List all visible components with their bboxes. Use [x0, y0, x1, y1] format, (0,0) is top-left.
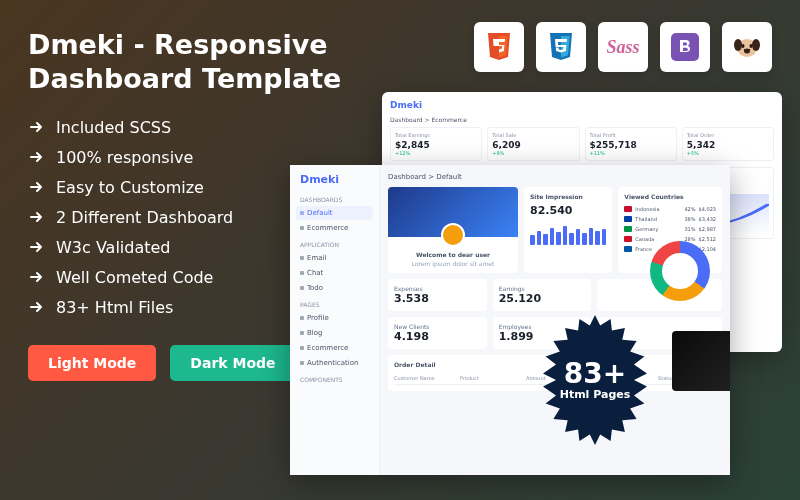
- earnings-card: Earnings25.120: [493, 279, 592, 311]
- feature-text: 83+ Html Files: [56, 298, 173, 317]
- sidebar-item-ecom[interactable]: Ecommerce: [296, 341, 373, 355]
- product-image: [672, 331, 730, 391]
- sidebar-item-auth[interactable]: Authentication: [296, 356, 373, 370]
- sidebar-item-blog[interactable]: Blog: [296, 326, 373, 340]
- tech-icons-row: Sass: [474, 22, 772, 72]
- sidebar-item-email[interactable]: Email: [296, 251, 373, 265]
- impression-card: Site Impression 82.540: [524, 187, 612, 273]
- arrow-icon: [28, 178, 46, 196]
- arrow-icon: [28, 238, 46, 256]
- stat-card: Total Earnings$2,845+12%: [390, 127, 482, 161]
- logo: Dmeki: [296, 173, 373, 186]
- bootstrap-icon: [660, 22, 710, 72]
- svg-point-2: [734, 39, 742, 51]
- donut-chart: [650, 241, 710, 301]
- svg-point-4: [742, 44, 745, 48]
- nav-section: Components: [300, 376, 373, 383]
- sidebar: Dmeki Dashboards Default Ecommerce Appli…: [290, 165, 380, 475]
- svg-point-3: [752, 39, 760, 51]
- pages-count-badge: 83+ Html Pages: [530, 315, 660, 445]
- sass-icon: Sass: [598, 22, 648, 72]
- arrow-icon: [28, 118, 46, 136]
- sidebar-item-chat[interactable]: Chat: [296, 266, 373, 280]
- arrow-icon: [28, 268, 46, 286]
- light-mode-button[interactable]: Light Mode: [28, 345, 156, 381]
- feature-text: 100% responsive: [56, 148, 193, 167]
- feature-text: 2 Different Dashboard: [56, 208, 233, 227]
- nav-section: Application: [300, 241, 373, 248]
- arrow-icon: [28, 298, 46, 316]
- bar-chart: [530, 221, 606, 245]
- css3-icon: [536, 22, 586, 72]
- welcome-card: Welcome to dear user Lorem ipsum dolor s…: [388, 187, 518, 273]
- feature-text: Included SCSS: [56, 118, 171, 137]
- country-row: Germany31%$2,987: [624, 224, 716, 234]
- country-row: Thailand38%$3,432: [624, 214, 716, 224]
- feature-text: W3c Validated: [56, 238, 171, 257]
- stat-card: Total Profit$255,718+11%: [585, 127, 677, 161]
- svg-point-5: [750, 44, 753, 48]
- dark-mode-button[interactable]: Dark Mode: [170, 345, 295, 381]
- feature-text: Easy to Customize: [56, 178, 204, 197]
- feature-text: Well Cometed Code: [56, 268, 213, 287]
- country-row: Indonesia42%$4,023: [624, 204, 716, 214]
- logo: Dmeki: [390, 100, 422, 110]
- dashboard-preview-front: Dmeki Dashboards Default Ecommerce Appli…: [290, 165, 730, 475]
- arrow-icon: [28, 148, 46, 166]
- arrow-icon: [28, 208, 46, 226]
- sidebar-item-profile[interactable]: Profile: [296, 311, 373, 325]
- newclients-card: New Clients4.198: [388, 317, 487, 349]
- html5-icon: [474, 22, 524, 72]
- sidebar-item-ecommerce[interactable]: Ecommerce: [296, 221, 373, 235]
- nav-section: Dashboards: [300, 196, 373, 203]
- sidebar-item-default[interactable]: Default: [296, 206, 373, 220]
- product-title: Dmeki - Responsive Dashboard Template: [28, 28, 368, 96]
- breadcrumb: Dashboard > Ecommerce: [390, 116, 774, 123]
- breadcrumb: Dashboard > Default: [388, 173, 722, 181]
- stat-card: Total Order5,342+5%: [682, 127, 774, 161]
- nav-section: Pages: [300, 301, 373, 308]
- pug-icon: [722, 22, 772, 72]
- donut-card: [597, 279, 722, 311]
- sidebar-item-todo[interactable]: Todo: [296, 281, 373, 295]
- stat-card: Total Sale6,209+8%: [487, 127, 579, 161]
- expenses-card: Expenses3.538: [388, 279, 487, 311]
